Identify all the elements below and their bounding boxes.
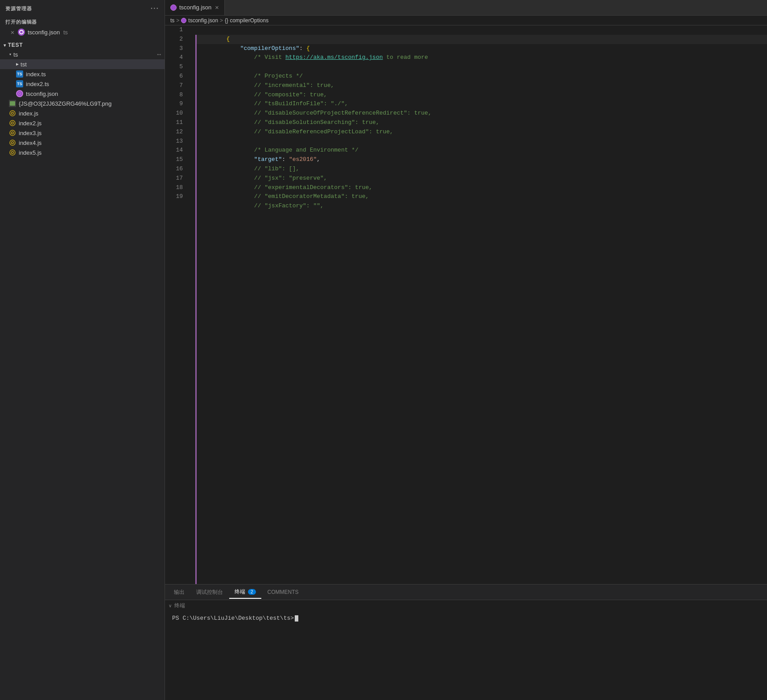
code-content[interactable]: { "compilerOptions": { /* Visit https://… (197, 25, 767, 584)
open-editor-tsconfig[interactable]: ✕ tsconfig.json ts (0, 27, 165, 37)
tree-item-index2-js[interactable]: index2.js (0, 118, 165, 128)
line-num-11: 11 (165, 118, 187, 128)
line-num-15: 15 (165, 155, 187, 165)
code-line-16: // "jsx": "preserve", (197, 165, 767, 174)
line-num-16: 16 (165, 165, 187, 174)
tree-item-index4-js[interactable]: index4.js (0, 138, 165, 148)
tab-output[interactable]: 输出 (169, 585, 190, 599)
tree-item-label: index3.js (19, 130, 41, 136)
line-num-12: 12 (165, 128, 187, 137)
open-editor-ext: ts (63, 29, 68, 36)
code-line-7: // "composite": true, (197, 81, 767, 91)
tree-item-label: index4.js (19, 140, 41, 146)
terminal-cursor (295, 615, 298, 622)
terminal-badge: 2 (248, 589, 256, 595)
line-num-5: 5 (165, 62, 187, 72)
sidebar: 资源管理器 ··· 打开的编辑器 ✕ tsconfig.json ts ▾ TE… (0, 0, 165, 700)
tab-output-label: 输出 (174, 589, 185, 596)
tab-terminal-label: 终端 (235, 588, 245, 596)
code-line-3: /* Visit https://aka.ms/tsconfig.json to… (197, 44, 767, 54)
chevron-down-icon: ∨ (169, 603, 172, 608)
file-tree: ▾ TEST ▾ ts ↔ ▶ tst TS index.ts TS index… (0, 39, 165, 700)
code-editor[interactable]: 1 2 3 4 5 6 7 8 9 10 11 12 13 14 15 16 1… (165, 25, 767, 584)
tree-item-tsconfig-json[interactable]: tsconfig.json (0, 89, 165, 99)
json-file-icon-inner (18, 92, 21, 95)
tab-filename: tsconfig.json (179, 4, 211, 11)
tab-terminal[interactable]: 终端 2 (229, 585, 261, 599)
terminal-prompt-line: PS C:\Users\LiuJie\Desktop\test\ts> (172, 615, 760, 622)
tree-item-index2-ts[interactable]: TS index2.ts (0, 79, 165, 89)
tree-item-index5-js[interactable]: index5.js (0, 148, 165, 157)
png-file-icon (9, 100, 16, 107)
svg-point-9 (12, 152, 14, 154)
sidebar-header-title: 资源管理器 (5, 5, 32, 12)
ts-file-icon: TS (16, 70, 23, 78)
svg-point-6 (10, 140, 15, 145)
tree-item-index-js[interactable]: index.js (0, 108, 165, 118)
code-line-17: // "experimentalDecorators": true, (197, 174, 767, 183)
tree-root-label: TEST (8, 42, 23, 48)
svg-point-1 (12, 112, 14, 115)
tree-item-label: {JS@O3[2JJ63ZGRG46%LG9T.png (19, 100, 111, 107)
terminal-content[interactable]: PS C:\Users\LiuJie\Desktop\test\ts> (165, 609, 767, 700)
svg-point-8 (10, 150, 15, 155)
tree-item-label: index.js (19, 110, 38, 117)
code-line-9: // "disableSourceOfProjectReferenceRedir… (197, 99, 767, 109)
tab-close-button[interactable]: ✕ (215, 4, 219, 11)
line-num-1: 1 (165, 25, 187, 35)
breadcrumb-sep2: > (220, 17, 223, 24)
editor-tab-tsconfig[interactable]: tsconfig.json ✕ (165, 0, 225, 15)
breadcrumb-part3: {} compilerOptions (225, 17, 268, 24)
tab-comments[interactable]: COMMENTS (262, 585, 304, 599)
breadcrumb-part2: tsconfig.json (188, 17, 218, 24)
breadcrumb-ts: ts (170, 17, 174, 24)
svg-point-0 (10, 111, 15, 116)
code-line-2: "compilerOptions": { (197, 35, 767, 44)
code-line-1: { (197, 25, 767, 35)
code-line-8: // "tsBuildInfoFile": "./", (197, 91, 767, 100)
close-file-icon[interactable]: ✕ (9, 29, 16, 36)
code-line-11: // "disableReferencedProjectLoad": true, (197, 118, 767, 128)
line-num-17: 17 (165, 174, 187, 183)
chevron-down-icon: ▾ (9, 52, 12, 57)
open-editor-name: tsconfig.json (28, 29, 60, 36)
code-line-6: // "incremental": true, (197, 72, 767, 81)
tab-debug[interactable]: 调试控制台 (191, 585, 228, 599)
tree-item-ts-folder[interactable]: ▾ ts ↔ (0, 49, 165, 59)
tree-item-label: index2.ts (26, 81, 49, 87)
tree-root-test[interactable]: ▾ TEST (0, 41, 165, 49)
sidebar-more-button[interactable]: ··· (151, 4, 159, 12)
json-file-icon (16, 90, 23, 97)
code-line-18: // "emitDecoratorMetadata": true, (197, 183, 767, 193)
tsconfig-file-icon (18, 29, 25, 36)
line-num-2: 2 (165, 35, 187, 44)
js-file-icon (9, 110, 16, 117)
tree-item-tst-folder[interactable]: ▶ tst (0, 59, 165, 69)
tree-item-index3-js[interactable]: index3.js (0, 128, 165, 138)
js-file-icon (9, 149, 16, 156)
terminal-tab-bar: 输出 调试控制台 终端 2 COMMENTS (165, 585, 767, 600)
code-line-13: /* Language and Environment */ (197, 137, 767, 146)
terminal-title-label: 终端 (174, 602, 185, 609)
tree-item-index-ts[interactable]: TS index.ts (0, 69, 165, 79)
tree-item-png[interactable]: {JS@O3[2JJ63ZGRG46%LG9T.png (0, 99, 165, 108)
code-line-4 (197, 53, 767, 62)
tree-item-label: tst (21, 61, 27, 68)
code-line-10: // "disableSolutionSearching": true, (197, 109, 767, 118)
svg-point-2 (10, 120, 15, 126)
js-file-icon (9, 139, 16, 146)
comment-19: // "jsxFactory": "", (254, 202, 324, 209)
line-numbers: 1 2 3 4 5 6 7 8 9 10 11 12 13 14 15 16 1… (165, 25, 187, 584)
code-line-5: /* Projects */ (197, 62, 767, 72)
chevron-right-icon: ▶ (16, 62, 19, 67)
resize-handle[interactable]: ↔ (157, 51, 161, 58)
terminal-area: 输出 调试控制台 终端 2 COMMENTS ∨ 终端 PS C:\Users\… (165, 584, 767, 700)
breadcrumb-tsconfig: tsconfig.json (181, 17, 218, 24)
line-num-10: 10 (165, 109, 187, 118)
terminal-prompt-text: PS C:\Users\LiuJie\Desktop\test\ts> (172, 615, 294, 622)
line-num-18: 18 (165, 183, 187, 193)
tree-item-label: index5.js (19, 149, 41, 156)
main-editor-area: tsconfig.json ✕ ts > tsconfig.json > {} … (165, 0, 767, 700)
line-num-14: 14 (165, 146, 187, 155)
line-num-4: 4 (165, 53, 187, 62)
